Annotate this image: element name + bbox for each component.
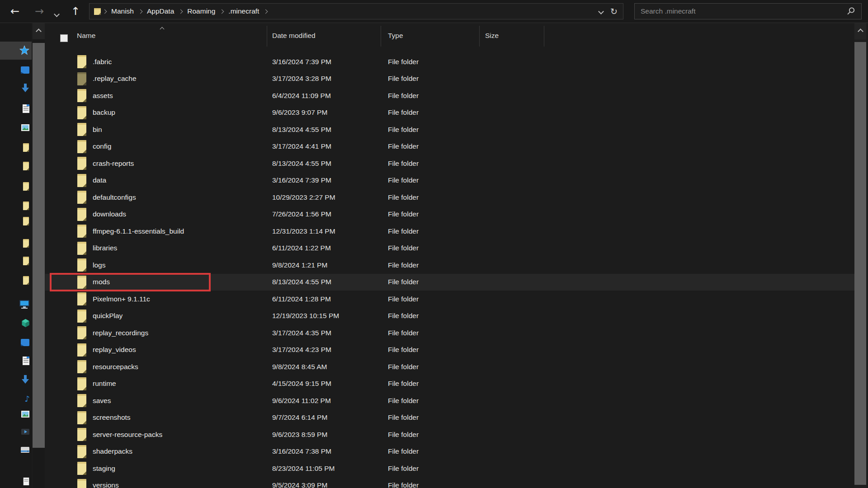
column-header-date-modified[interactable]: Date modified [272, 23, 316, 48]
file-row[interactable]: runtime 4/15/2024 9:15 PM File folder [45, 375, 854, 393]
sidebar-item-folder[interactable] [0, 198, 32, 213]
file-row[interactable]: backup 9/6/2023 9:07 PM File folder [45, 104, 854, 122]
sidebar-item-quick-access-star[interactable] [0, 43, 32, 58]
file-row[interactable]: downloads 7/26/2024 1:56 PM File folder [45, 206, 854, 223]
file-row[interactable]: data 3/16/2024 7:39 PM File folder [45, 172, 854, 189]
file-name: versions [93, 481, 119, 488]
breadcrumb-segment[interactable]: Manish [107, 7, 138, 15]
file-row[interactable]: ffmpeg-6.1.1-essentials_build 12/31/2023… [45, 223, 854, 240]
scroll-up-button[interactable] [33, 23, 45, 39]
sidebar-item-desktop[interactable] [0, 63, 32, 77]
date-modified: 3/17/2024 4:35 PM [267, 329, 381, 337]
file-type: File folder [381, 481, 479, 488]
search-box[interactable]: Search .minecraft [634, 3, 862, 19]
forward-button[interactable]: → [32, 4, 47, 19]
sidebar-item-file[interactable] [0, 474, 32, 488]
file-row[interactable]: defaultconfigs 10/29/2023 2:27 PM File f… [45, 189, 854, 206]
breadcrumb-segment[interactable]: .minecraft [224, 7, 263, 15]
column-label: Size [485, 32, 499, 40]
file-type: File folder [381, 92, 479, 100]
file-row[interactable]: replay_videos 3/17/2024 4:23 PM File fol… [45, 342, 854, 359]
up-button[interactable]: ↑ [68, 4, 83, 19]
toolbar: ← → ↑ ManishAppDataRoaming.minecraft ↻ S… [0, 0, 868, 23]
column-divider[interactable] [544, 26, 544, 47]
sidebar-item-pictures[interactable] [0, 120, 32, 135]
sidebar-item-music[interactable]: ♪ [0, 392, 32, 406]
file-row[interactable]: quickPlay 12/19/2023 10:15 PM File folde… [45, 308, 854, 325]
back-button[interactable]: ← [7, 4, 23, 19]
sidebar-item-3d-objects[interactable] [0, 316, 32, 330]
select-all-checkbox[interactable] [60, 34, 68, 42]
sidebar-item-folder[interactable] [0, 253, 32, 268]
sidebar-item-folder[interactable] [0, 179, 32, 193]
folder-icon [76, 479, 88, 488]
file-row[interactable]: server-resource-packs 9/6/2023 8:59 PM F… [45, 426, 854, 443]
file-row[interactable]: mods 8/13/2024 4:55 PM File folder [45, 274, 854, 291]
file-row[interactable]: assets 6/4/2024 11:09 PM File folder [45, 87, 854, 104]
file-row[interactable]: Pixelmon+ 9.1.11c 6/11/2024 1:28 PM File… [45, 291, 854, 308]
pictures-icon [21, 410, 30, 418]
file-row[interactable]: screenshots 9/7/2024 6:14 PM File folder [45, 409, 854, 427]
sidebar-scrollbar-thumb[interactable] [33, 43, 45, 448]
date-modified: 9/8/2024 8:45 AM [267, 363, 381, 371]
file-row[interactable]: logs 9/8/2024 1:21 PM File folder [45, 257, 854, 274]
file-row[interactable]: shaderpacks 3/16/2024 7:38 PM File folde… [45, 443, 854, 460]
sidebar-item-folder[interactable] [0, 140, 32, 155]
sidebar-item-folder[interactable] [0, 273, 32, 287]
file-row[interactable]: staging 8/23/2024 11:05 PM File folder [45, 460, 854, 477]
main-scrollbar-thumb[interactable] [854, 42, 866, 485]
sidebar-item-pictures[interactable] [0, 407, 32, 421]
folder-icon [76, 394, 88, 408]
file-row[interactable]: .fabric 3/16/2024 7:39 PM File folder [45, 53, 854, 70]
file-row[interactable]: .replay_cache 3/17/2024 3:28 PM File fol… [45, 70, 854, 88]
column-header-type[interactable]: Type [388, 23, 403, 48]
folder-icon [76, 106, 88, 120]
date-modified: 8/13/2024 4:55 PM [267, 278, 381, 286]
folder-icon [76, 258, 88, 272]
breadcrumb-segment[interactable]: AppData [143, 7, 178, 15]
sidebar-item-desktop[interactable] [0, 335, 32, 350]
sidebar-item-local-disk[interactable] [0, 442, 32, 457]
folder-icon [76, 241, 88, 255]
file-row[interactable]: bin 8/13/2024 4:55 PM File folder [45, 121, 854, 138]
sidebar-scrollbar[interactable] [33, 23, 45, 488]
sidebar-item-documents[interactable] [0, 101, 32, 116]
file-type: File folder [381, 160, 479, 168]
refresh-icon[interactable]: ↻ [610, 7, 618, 16]
folder-icon [22, 161, 30, 171]
search-placeholder: Search .minecraft [635, 7, 846, 15]
address-bar[interactable]: ManishAppDataRoaming.minecraft ↻ [89, 3, 623, 19]
sidebar-item-folder[interactable] [0, 214, 32, 228]
column-divider[interactable] [267, 26, 267, 47]
file-type: File folder [381, 210, 479, 218]
sidebar-item-downloads[interactable] [0, 81, 32, 95]
chevron-up-icon [36, 28, 42, 34]
file-row[interactable]: versions 9/5/2024 3:09 PM File folder [45, 477, 854, 488]
forward-icon: → [35, 6, 44, 17]
file-name: crash-reports [93, 160, 134, 168]
scroll-up-button[interactable] [854, 23, 866, 39]
file-type: File folder [381, 126, 479, 134]
sidebar-item-folder[interactable] [0, 159, 32, 173]
file-row[interactable]: saves 9/6/2024 11:02 PM File folder [45, 392, 854, 409]
column-divider[interactable] [381, 26, 381, 47]
main-scrollbar[interactable] [854, 23, 866, 488]
recent-locations-button[interactable] [51, 6, 62, 22]
file-row[interactable]: config 3/17/2024 4:41 PM File folder [45, 138, 854, 155]
file-row[interactable]: libraries 6/11/2024 1:22 PM File folder [45, 240, 854, 257]
column-header-name[interactable]: Name [77, 23, 95, 48]
address-dropdown-icon[interactable] [598, 9, 604, 14]
folder-icon [76, 89, 88, 103]
column-header-size[interactable]: Size [485, 23, 499, 48]
breadcrumb-segment[interactable]: Roaming [183, 7, 219, 15]
file-row[interactable]: resourcepacks 9/8/2024 8:45 AM File fold… [45, 358, 854, 375]
sidebar-item-this-pc[interactable] [0, 297, 32, 311]
sidebar-item-folder[interactable] [0, 236, 32, 250]
file-row[interactable]: crash-reports 8/13/2024 4:55 PM File fol… [45, 155, 854, 172]
file-row[interactable]: replay_recordings 3/17/2024 4:35 PM File… [45, 324, 854, 342]
column-divider[interactable] [479, 26, 480, 47]
file-type: File folder [381, 142, 479, 150]
sidebar-item-downloads[interactable] [0, 372, 32, 387]
sidebar-item-documents[interactable] [0, 353, 32, 368]
sidebar-item-videos[interactable] [0, 424, 32, 439]
